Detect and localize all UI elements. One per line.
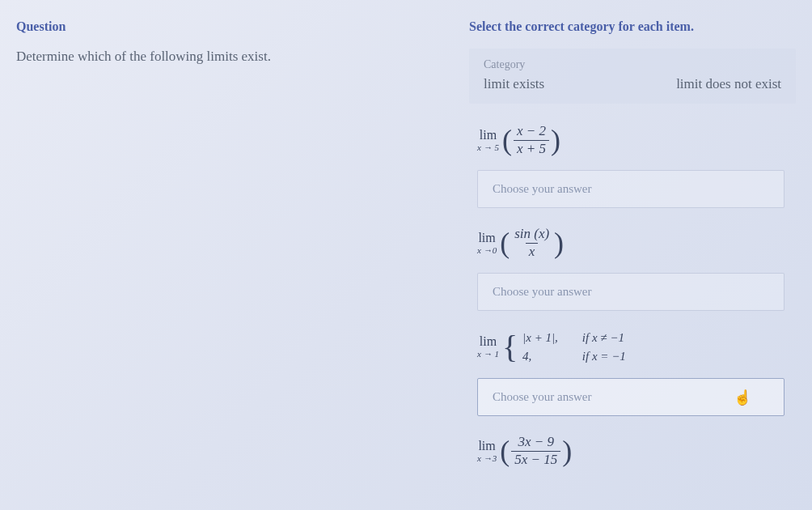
answer-dropdown[interactable]: Choose your answer ☝ <box>477 378 785 416</box>
math-expression: lim x →3 ( 3x − 9 5x − 15 ) <box>477 434 796 468</box>
category-option-exists: limit exists <box>484 76 544 92</box>
instruction-text: Select the correct category for each ite… <box>469 19 796 34</box>
category-box: Category limit exists limit does not exi… <box>469 49 796 104</box>
math-expression: lim x → 1 { |x + 1|, if x ≠ −1 4, if x =… <box>477 329 796 365</box>
dropdown-placeholder: Choose your answer <box>493 285 591 298</box>
dropdown-placeholder: Choose your answer <box>493 182 591 195</box>
question-text: Determine which of the following limits … <box>16 49 437 65</box>
category-label: Category <box>484 58 781 71</box>
limit-item: lim x →3 ( 3x − 9 5x − 15 ) <box>469 434 796 468</box>
dropdown-placeholder: Choose your answer <box>493 390 591 403</box>
limit-item: lim x →0 ( sin (x) x ) Choose your answe… <box>469 226 796 311</box>
question-heading: Question <box>16 19 437 34</box>
math-expression: lim x →0 ( sin (x) x ) <box>477 226 796 260</box>
answer-dropdown[interactable]: Choose your answer <box>477 273 785 311</box>
math-expression: lim x → 5 ( x − 2 x + 5 ) <box>477 123 796 157</box>
answer-dropdown[interactable]: Choose your answer <box>477 170 785 208</box>
limit-item: lim x → 5 ( x − 2 x + 5 ) Choose your an… <box>469 123 796 208</box>
category-option-not-exist: limit does not exist <box>676 76 781 92</box>
cursor-icon: ☝ <box>734 389 751 406</box>
limit-item: lim x → 1 { |x + 1|, if x ≠ −1 4, if x =… <box>469 329 796 416</box>
